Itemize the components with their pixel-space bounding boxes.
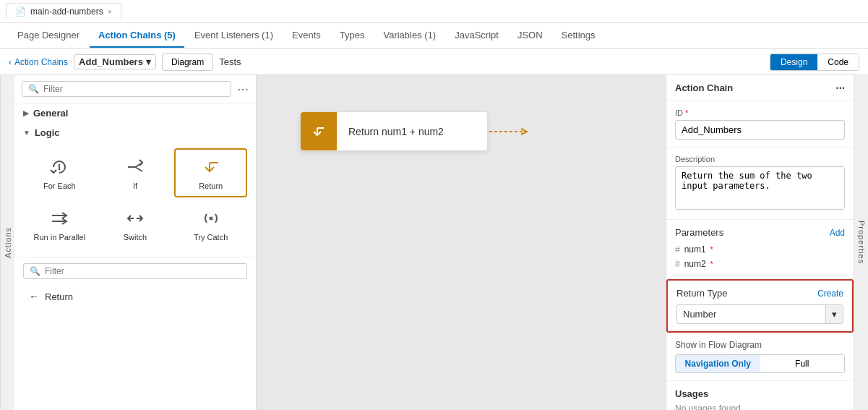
general-section-header[interactable]: ▶ General <box>14 103 256 123</box>
action-toolbar: ‹ Action Chains Add_Numbers ▾ Diagram Te… <box>0 49 868 75</box>
chain-node-icon <box>301 112 337 150</box>
return-list-label: Return <box>45 291 73 302</box>
back-to-action-chains[interactable]: ‹ Action Chains <box>9 57 68 67</box>
diagram-button[interactable]: Diagram <box>162 54 213 71</box>
logic-item-if[interactable]: If <box>99 148 172 197</box>
second-filter-area: 🔍 <box>14 257 256 285</box>
logic-section-header[interactable]: ▼ Logic <box>14 123 256 142</box>
canvas-area[interactable]: Return num1 + num2 <box>257 75 666 410</box>
second-search-icon: 🔍 <box>30 266 40 276</box>
logic-item-for-each[interactable]: For Each <box>23 148 96 197</box>
design-code-toggle: Design Code <box>770 54 859 71</box>
tab-json[interactable]: JSON <box>509 24 551 48</box>
try-catch-label: Try Catch <box>194 233 228 242</box>
id-input[interactable] <box>675 120 845 140</box>
chain-node-return[interactable]: Return num1 + num2 <box>300 111 488 151</box>
back-chevron-icon: ‹ <box>9 57 12 67</box>
for-each-icon <box>48 155 71 179</box>
param-hash-icon-2: # <box>675 259 680 269</box>
return-type-select[interactable]: Number ▾ <box>676 304 843 324</box>
switch-label: Switch <box>124 233 147 242</box>
tab-settings[interactable]: Settings <box>553 24 604 48</box>
actions-search-input[interactable] <box>43 84 225 94</box>
parameters-section: Parameters Add # num1 * # num2 * <box>666 220 854 279</box>
tab-event-listeners[interactable]: Event Listeners (1) <box>186 24 282 48</box>
chain-name-button[interactable]: Add_Numbers ▾ <box>74 54 156 69</box>
if-icon <box>124 155 147 179</box>
param-hash-icon-1: # <box>675 244 680 255</box>
file-icon: 📄 <box>15 7 26 17</box>
run-parallel-label: Run in Parallel <box>34 233 86 242</box>
add-parameter-link[interactable]: Add <box>830 228 845 238</box>
general-toggle-icon: ▶ <box>23 109 29 117</box>
chain-name-chevron-icon: ▾ <box>146 56 151 67</box>
tab-types[interactable]: Types <box>331 24 374 48</box>
left-panel: 🔍 ⋯ ▶ General ▼ Logic <box>14 75 257 410</box>
file-tab-close[interactable]: × <box>108 8 112 16</box>
param-row-num1: # num1 * <box>675 242 845 257</box>
right-panel-more-icon[interactable]: ⋯ <box>835 82 845 93</box>
usages-section: Usages No usages found <box>666 381 854 410</box>
param-name-num1: num1 <box>684 244 706 255</box>
id-section: ID * <box>666 101 854 148</box>
file-tab-name: main-add-numbers <box>30 7 103 17</box>
if-label: If <box>133 181 137 190</box>
return-label: Return <box>199 181 223 190</box>
tab-variables[interactable]: Variables (1) <box>374 24 444 48</box>
param-name-num2: num2 <box>684 259 706 269</box>
actions-search-box[interactable]: 🔍 <box>22 81 231 97</box>
right-panel-header: Action Chain ⋯ <box>666 75 854 101</box>
general-section-label: General <box>33 108 68 119</box>
second-search-box[interactable]: 🔍 <box>23 263 247 279</box>
param-required-icon-2: * <box>710 260 713 268</box>
tab-events[interactable]: Events <box>283 24 330 48</box>
file-tab[interactable]: 📄 main-add-numbers × <box>6 3 121 20</box>
more-options-icon[interactable]: ⋯ <box>237 82 249 96</box>
right-panel: Action Chain ⋯ ID * Description Paramete… <box>666 75 854 410</box>
logic-item-switch[interactable]: Switch <box>99 200 172 248</box>
parameters-header: Parameters Add <box>675 227 845 238</box>
logic-item-return[interactable]: Return <box>174 148 247 197</box>
tests-link[interactable]: Tests <box>219 56 241 67</box>
chain-node-text: Return num1 + num2 <box>337 126 455 137</box>
right-panel-title: Action Chain <box>675 82 733 93</box>
logic-item-try-catch[interactable]: Try Catch <box>174 200 247 248</box>
return-type-dropdown-icon[interactable]: ▾ <box>825 305 843 323</box>
return-list-item[interactable]: ← Return <box>14 285 256 308</box>
return-list-icon: ← <box>29 291 39 302</box>
code-button[interactable]: Code <box>817 54 859 70</box>
tab-page-designer[interactable]: Page Designer <box>9 24 88 48</box>
show-flow-label: Show in Flow Diagram <box>675 340 845 350</box>
description-textarea[interactable] <box>675 166 845 210</box>
return-type-label: Return Type <box>676 288 728 299</box>
switch-icon <box>124 207 147 230</box>
design-button[interactable]: Design <box>770 54 817 70</box>
no-usages-text: No usages found <box>675 403 845 410</box>
description-section: Description <box>666 148 854 220</box>
actions-sidebar-label: Actions <box>0 75 14 410</box>
left-panel-header: 🔍 ⋯ <box>14 75 256 103</box>
logic-item-run-parallel[interactable]: Run in Parallel <box>23 200 96 248</box>
return-type-value: Number <box>677 305 825 323</box>
logic-grid: For Each If <box>14 142 256 254</box>
back-label: Action Chains <box>14 57 68 67</box>
try-catch-icon <box>199 207 223 230</box>
second-search-input[interactable] <box>45 266 241 276</box>
create-type-link[interactable]: Create <box>817 289 843 299</box>
full-button[interactable]: Full <box>760 355 845 372</box>
for-each-label: For Each <box>43 181 76 190</box>
search-icon: 🔍 <box>28 84 39 94</box>
tab-javascript[interactable]: JavaScript <box>446 24 507 48</box>
navigation-only-button[interactable]: Navigation Only <box>676 355 760 372</box>
properties-sidebar-label: Properties <box>854 75 868 410</box>
param-row-num2: # num2 * <box>675 257 845 271</box>
description-label: Description <box>675 155 845 163</box>
run-parallel-icon <box>48 207 71 230</box>
node-arrow <box>489 127 533 136</box>
tab-action-chains[interactable]: Action Chains (5) <box>90 24 184 48</box>
svg-line-3 <box>135 167 142 171</box>
parameters-label: Parameters <box>675 227 723 238</box>
logic-toggle-icon: ▼ <box>23 129 30 137</box>
flow-btn-group: Navigation Only Full <box>675 354 845 373</box>
return-type-header: Return Type Create <box>676 288 843 299</box>
